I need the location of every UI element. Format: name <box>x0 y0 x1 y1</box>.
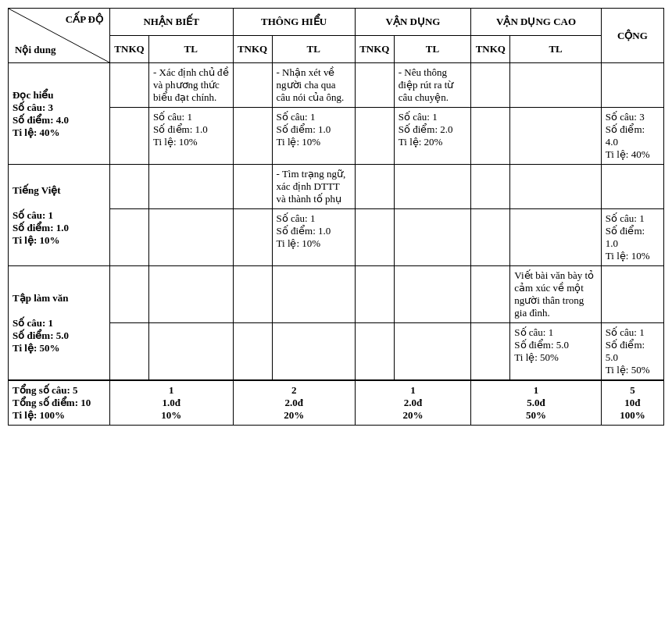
totals-vdc: 1 5.0đ 50% <box>471 380 602 426</box>
totals-nb-count: 1 <box>169 384 174 396</box>
tlv-vd-tl-2 <box>394 323 471 381</box>
tlv-vd-tl-1 <box>394 266 471 323</box>
tieng-viet-label: Tiếng Việt Số câu: 1 Số điểm: 1.0 Ti lệ:… <box>9 165 110 266</box>
doc-hieu-vdc-tl-2 <box>510 108 602 165</box>
totals-vd-diem: 2.0đ <box>404 397 422 408</box>
tlv-th-tl-2 <box>272 323 355 381</box>
thong-hieu-header: THÔNG HIỂU <box>233 9 355 36</box>
tlv-nb-tnkq-1 <box>110 266 149 323</box>
tv-th-tnkq-1 <box>233 165 272 209</box>
tlv-vdc-tnkq-2 <box>471 323 510 381</box>
totals-vd: 1 2.0đ 20% <box>355 380 471 426</box>
tv-vdc-tnkq-1 <box>471 165 510 209</box>
tv-nb-tl-1 <box>149 165 234 209</box>
totals-vd-count: 1 <box>410 384 416 396</box>
tlv-nb-tl-1 <box>149 266 234 323</box>
tv-nb-tnkq-2 <box>110 209 149 266</box>
doc-hieu-vdc-tl-1 <box>510 63 602 108</box>
tap-lam-van-title: Tập làm văn <box>13 292 69 304</box>
totals-cong: 5 10đ 100% <box>601 380 663 426</box>
tv-vd-tnkq-1 <box>355 165 394 209</box>
nhan-biet-header: NHẬN BIẾT <box>110 9 234 36</box>
vdc-tnkq-header: TNKQ <box>471 36 510 63</box>
nb-tnkq-header: TNKQ <box>110 36 149 63</box>
tv-vdc-tl-2 <box>510 209 602 266</box>
vdc-tl-header: TL <box>510 36 602 63</box>
vd-tnkq-header: TNKQ <box>355 36 394 63</box>
diagonal-header: CẤP ĐỘ Nội dung <box>9 9 110 63</box>
doc-hieu-so-cau: Số câu: 3 <box>13 102 53 113</box>
doc-hieu-th-tnkq-1 <box>233 63 272 108</box>
doc-hieu-title: Đọc hiểu <box>13 89 53 101</box>
totals-vd-pct: 20% <box>403 409 424 421</box>
tv-th-tl-2: Số câu: 1Số điểm: 1.0Ti lệ: 10% <box>272 209 355 266</box>
totals-line2: Tổng số điểm: 10 <box>13 397 91 408</box>
totals-th-pct: 20% <box>284 409 304 421</box>
doc-hieu-vd-tnkq-2 <box>355 108 394 165</box>
doc-hieu-vdc-tnkq-2 <box>471 108 510 165</box>
totals-vdc-pct: 50% <box>526 409 546 421</box>
doc-hieu-content-row: Đọc hiểu Số câu: 3 Số điểm: 4.0 Ti lệ: 4… <box>9 63 664 108</box>
tv-nb-tnkq-1 <box>110 165 149 209</box>
main-table-wrapper: CẤP ĐỘ Nội dung NHẬN BIẾT THÔNG HIỂU VẬN… <box>8 8 664 426</box>
van-dung-header: VẬN DỤNG <box>355 9 471 36</box>
totals-line3: Ti lệ: 100% <box>13 409 65 421</box>
diagonal-top-label: CẤP ĐỘ <box>66 13 103 26</box>
doc-hieu-label: Đọc hiểu Số câu: 3 Số điểm: 4.0 Ti lệ: 4… <box>9 63 110 165</box>
totals-nb-diem: 1.0đ <box>163 397 181 408</box>
totals-cong-diem: 10đ <box>624 397 640 408</box>
nb-tl-header: TL <box>149 36 234 63</box>
doc-hieu-vd-tl-2: Số câu: 1Số điểm: 2.0Ti lệ: 20% <box>394 108 471 165</box>
tv-cong-1 <box>601 165 663 209</box>
totals-th: 2 2.0đ 20% <box>233 380 355 426</box>
doc-hieu-nb-tl-1: - Xác định chủ đề và phương thức biểu đạ… <box>149 63 234 108</box>
totals-nb-pct: 10% <box>161 409 181 421</box>
tap-lam-van-label: Tập làm văn Số câu: 1 Số điểm: 5.0 Ti lệ… <box>9 266 110 381</box>
tv-nb-tl-2 <box>149 209 234 266</box>
tieng-viet-so-diem: Số điểm: 1.0 <box>13 222 69 233</box>
tv-vdc-tl-1 <box>510 165 602 209</box>
tlv-vdc-tl-2: Số câu: 1Số điểm: 5.0Ti lệ: 50% <box>510 323 602 381</box>
matrix-table: CẤP ĐỘ Nội dung NHẬN BIẾT THÔNG HIỂU VẬN… <box>8 8 664 426</box>
doc-hieu-vd-tl-1: - Nêu thông điệp rút ra từ câu chuyện. <box>394 63 471 108</box>
totals-cong-count: 5 <box>630 384 635 396</box>
totals-vdc-count: 1 <box>534 384 539 396</box>
tlv-nb-tl-2 <box>149 323 234 381</box>
tlv-ti-le: Ti lệ: 50% <box>13 342 60 354</box>
totals-th-count: 2 <box>291 384 297 396</box>
tlv-vdc-tnkq-1 <box>471 266 510 323</box>
tv-vd-tl-2 <box>394 209 471 266</box>
van-dung-cao-header: VẬN DỤNG CAO <box>471 9 602 36</box>
tv-vdc-tnkq-2 <box>471 209 510 266</box>
totals-label: Tổng số câu: 5 Tổng số điểm: 10 Ti lệ: 1… <box>9 380 110 426</box>
totals-row: Tổng số câu: 5 Tổng số điểm: 10 Ti lệ: 1… <box>9 380 664 426</box>
tv-th-tnkq-2 <box>233 209 272 266</box>
tlv-cong-1 <box>601 266 663 323</box>
doc-hieu-nb-tl-2: Số câu: 1Số điểm: 1.0Ti lệ: 10% <box>149 108 234 165</box>
totals-nb: 1 1.0đ 10% <box>110 380 234 426</box>
totals-cong-pct: 100% <box>620 409 645 421</box>
tieng-viet-content-row: Tiếng Việt Số câu: 1 Số điểm: 1.0 Ti lệ:… <box>9 165 664 209</box>
doc-hieu-nb-tnkq-1 <box>110 63 149 108</box>
vd-tl-header: TL <box>394 36 471 63</box>
doc-hieu-th-tnkq-2 <box>233 108 272 165</box>
tlv-so-diem: Số điểm: 5.0 <box>13 329 69 341</box>
diagonal-bottom-label: Nội dung <box>15 44 55 56</box>
tlv-vd-tnkq-2 <box>355 323 394 381</box>
header-row-1: CẤP ĐỘ Nội dung NHẬN BIẾT THÔNG HIỂU VẬN… <box>9 9 664 36</box>
tieng-viet-ti-le: Ti lệ: 10% <box>13 234 60 246</box>
doc-hieu-ti-le: Ti lệ: 40% <box>13 126 60 138</box>
tlv-so-cau: Số câu: 1 <box>13 317 53 329</box>
tlv-cong-2: Số câu: 1Số điểm: 5.0Ti lệ: 50% <box>601 323 663 381</box>
tlv-nb-tnkq-2 <box>110 323 149 381</box>
doc-hieu-th-tl-1: - Nhận xét về người cha qua câu nói của … <box>272 63 355 108</box>
totals-th-diem: 2.0đ <box>284 397 302 408</box>
doc-hieu-vdc-tnkq-1 <box>471 63 510 108</box>
tlv-vd-tnkq-1 <box>355 266 394 323</box>
totals-vdc-diem: 5.0đ <box>527 397 545 408</box>
doc-hieu-nb-tnkq-2 <box>110 108 149 165</box>
tieng-viet-title: Tiếng Việt <box>13 184 61 196</box>
doc-hieu-th-tl-2: Số câu: 1Số điểm: 1.0Ti lệ: 10% <box>272 108 355 165</box>
tlv-th-tnkq-1 <box>233 266 272 323</box>
cong-header: CỘNG <box>601 9 663 63</box>
